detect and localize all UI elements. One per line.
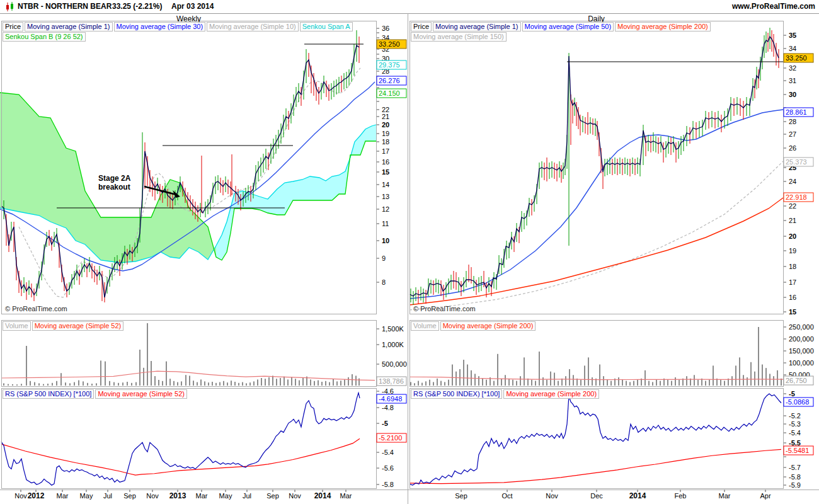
y-tick-label: 150,000: [789, 347, 814, 355]
x-tick-label: Feb: [675, 492, 687, 500]
y-tick-label: 32: [789, 64, 796, 72]
x-tick-label: Nov: [14, 492, 27, 500]
y-tick-label: 19: [382, 130, 389, 137]
x-tick-label: Mar: [719, 492, 731, 500]
y-tick-label: -5.5: [789, 439, 801, 447]
legend-chip[interactable]: Moving average (Simple 1): [433, 22, 520, 32]
y-tick-label: -5.9: [789, 481, 801, 489]
legend-group-2: VolumeMoving average (Simple 52): [3, 321, 125, 331]
axis-value-text: 26,750: [786, 377, 807, 384]
stage-2a-annotation: Stage 2A breakout: [98, 174, 130, 192]
legend-chip[interactable]: Senkou Span A: [300, 22, 353, 32]
legend-chip[interactable]: Moving average (Simple 1): [25, 22, 112, 32]
legend-chip[interactable]: Price: [411, 22, 432, 32]
axis-value-text: -4.6948: [379, 395, 402, 403]
x-tick-label: Sep: [123, 492, 136, 500]
x-tick-label: May: [80, 492, 93, 500]
x-tick-label: Mar: [57, 492, 69, 500]
legend-chip[interactable]: Moving average (Simple 200): [503, 389, 599, 399]
y-tick-label: 16: [382, 158, 389, 166]
x-tick-label: Sep: [455, 492, 467, 500]
x-tick-label: Mar: [340, 492, 352, 500]
copyright-watermark-left: © ProRealTime.com: [5, 305, 67, 312]
axis-value-text: 25.373: [786, 158, 807, 166]
y-tick-label: 1,500K: [382, 325, 404, 333]
axis-value-text: 22.918: [786, 193, 807, 201]
x-tick-label: Nov: [546, 492, 558, 500]
y-tick-label: 15: [382, 168, 389, 176]
y-tick-label: 18: [382, 138, 389, 146]
axis-value-text: 28.861: [786, 108, 807, 116]
y-tick-label: 34: [789, 45, 796, 52]
x-tick-label: Mar: [196, 492, 208, 500]
x-tick-label: Oct: [501, 492, 512, 500]
y-tick-label: -4.8: [382, 404, 394, 411]
legend-chip[interactable]: Volume: [411, 321, 439, 331]
legend-chip[interactable]: Moving average (Simple 150): [411, 32, 507, 42]
legend-chip[interactable]: RS (S&P 500 INDEX) [*100]: [411, 389, 502, 399]
x-tick-label: 2014: [314, 491, 331, 500]
axis-value-text: 33.250: [786, 54, 807, 62]
y-tick-label: 17: [382, 147, 389, 155]
axis-value-text: -5.2100: [379, 434, 402, 442]
y-tick-label: 24: [789, 178, 796, 185]
legend-chip[interactable]: Senkou Span B (9 26 52): [3, 32, 86, 42]
legend-group-3: VolumeMoving average (Simple 200): [411, 321, 537, 331]
legend-chip[interactable]: Moving average (Simple 30): [114, 22, 206, 32]
y-tick-label: 22: [789, 202, 796, 210]
prorealtime-window: NTBR - NORTHERN BEAR 33.25 (-2.21%) Apr …: [0, 0, 819, 504]
legend-chip[interactable]: Moving average (Simple 200): [615, 22, 711, 32]
copyright-watermark-right: © ProRealTime.com: [413, 305, 476, 312]
y-tick-label: 26: [789, 144, 796, 152]
legend-group-5: RS (S&P 500 INDEX) [*100]Moving average …: [411, 389, 600, 399]
legend-chip[interactable]: Moving average (Simple 52): [95, 389, 187, 399]
y-tick-label: 15: [789, 308, 796, 316]
x-tick-label: May: [219, 492, 232, 500]
y-tick-label: 1,000K: [382, 341, 404, 348]
y-tick-label: 18: [789, 263, 796, 270]
y-tick-label: 14: [382, 181, 389, 188]
y-tick-label: -5: [382, 420, 388, 427]
panel-border-rs-daily: [410, 389, 784, 489]
y-tick-label: 28: [789, 118, 796, 125]
y-tick-label: -5.4: [789, 429, 801, 437]
axis-value-text: 26.276: [379, 77, 400, 84]
y-tick-label: 35: [789, 32, 796, 39]
y-tick-label: 20: [382, 121, 389, 129]
y-tick-label: 13: [382, 193, 389, 200]
y-tick-label: 11: [382, 220, 389, 227]
y-tick-label: 19: [789, 247, 796, 255]
y-tick-label: 10: [382, 237, 389, 244]
y-tick-label: 30: [789, 91, 796, 98]
y-tick-label: 12: [382, 205, 389, 213]
legend-chip[interactable]: RS (S&P 500 INDEX) [*100]: [3, 389, 94, 399]
x-tick-label: Jul: [243, 492, 251, 500]
axis-value-text: 33.250: [379, 40, 400, 48]
y-tick-label: 27: [789, 130, 796, 138]
y-tick-label: -5.6: [382, 464, 394, 472]
y-tick-label: 21: [382, 113, 389, 120]
legend-chip[interactable]: Moving average (Simple 52): [32, 321, 124, 331]
y-tick-label: 8: [382, 278, 386, 286]
y-tick-label: -5.8: [382, 481, 394, 488]
y-tick-label: -5: [789, 390, 795, 398]
legend-chip[interactable]: Price: [3, 22, 23, 32]
legend-group-4: RS (S&P 500 INDEX) [*100]Moving average …: [3, 389, 188, 399]
y-tick-label: 36: [382, 25, 389, 32]
x-tick-label: Apr: [760, 492, 770, 500]
y-tick-label: -5.2: [789, 412, 801, 420]
y-tick-label: 21: [789, 217, 796, 224]
axis-value-text: -5.0868: [786, 398, 809, 406]
axis-value-text: 24.150: [379, 89, 400, 97]
y-tick-label: 100,000: [789, 359, 814, 367]
y-tick-label: -4.6: [382, 387, 394, 395]
y-tick-label: 500,000: [382, 360, 407, 368]
legend-chip[interactable]: Moving average (Simple 200): [440, 321, 536, 331]
legend-group-1: PriceMoving average (Simple 1)Moving ave…: [411, 22, 712, 42]
legend-chip[interactable]: Moving average (Simple 50): [522, 22, 614, 32]
x-tick-label: Jul: [103, 492, 112, 500]
x-tick-label: Nov: [146, 492, 159, 500]
legend-chip[interactable]: Moving average (Simple 10): [207, 22, 299, 32]
legend-chip[interactable]: Volume: [3, 321, 31, 331]
y-tick-label: 17: [789, 278, 796, 286]
